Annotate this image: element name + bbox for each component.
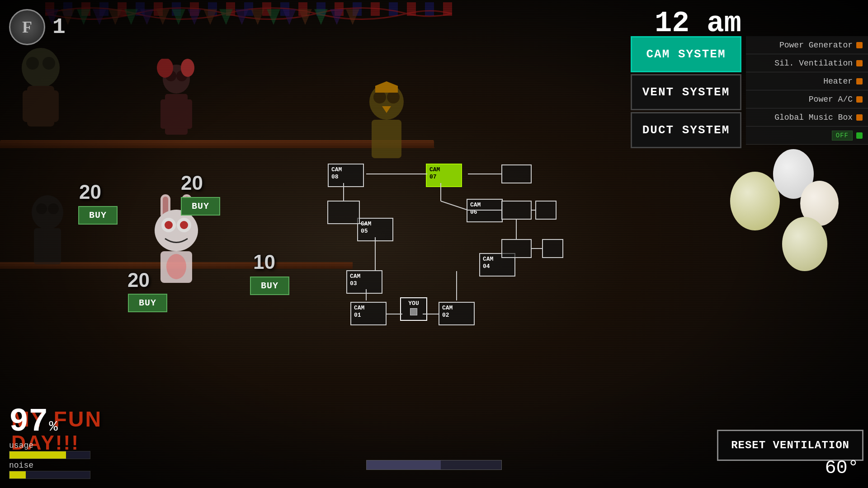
svg-marker-2 xyxy=(77,9,90,25)
svg-point-26 xyxy=(32,195,63,230)
price-tag-2: 20 xyxy=(181,172,203,194)
svg-rect-65 xyxy=(536,201,556,219)
price-tag-1: 20 xyxy=(79,181,101,203)
sil-ventilation-label: Sil. Ventilation xyxy=(774,59,853,68)
svg-marker-43 xyxy=(375,81,398,93)
time-hour: 12 am xyxy=(655,9,741,38)
svg-marker-8 xyxy=(172,9,185,25)
panel-item-off[interactable]: OFF xyxy=(746,127,868,145)
off-indicator: OFF xyxy=(832,131,853,141)
reset-ventilation-button[interactable]: RESET VENTILATION xyxy=(717,430,863,461)
svg-marker-13 xyxy=(251,9,264,25)
usage-label: usage xyxy=(9,441,90,450)
price-tag-4: 10 xyxy=(253,251,275,273)
svg-marker-5 xyxy=(124,9,138,25)
svg-point-34 xyxy=(181,59,194,77)
panel-item-power-ac[interactable]: Power A/C xyxy=(746,90,868,108)
svg-rect-24 xyxy=(23,90,32,122)
svg-point-39 xyxy=(373,91,386,103)
hud-top-left: F 1 xyxy=(9,9,66,45)
banner-decoration xyxy=(45,0,452,27)
svg-rect-36 xyxy=(160,99,169,129)
svg-point-40 xyxy=(387,91,400,103)
buy-button-4[interactable]: BUY xyxy=(250,277,289,295)
svg-marker-4 xyxy=(108,9,122,25)
usage-bar-fill xyxy=(9,451,66,459)
svg-point-33 xyxy=(157,59,173,78)
svg-point-28 xyxy=(48,203,59,214)
svg-rect-29 xyxy=(34,228,61,264)
svg-marker-11 xyxy=(219,9,233,25)
panel-item-heater[interactable]: Heater xyxy=(746,72,868,90)
global-music-box-dot xyxy=(856,114,863,121)
balloon-1 xyxy=(730,172,780,230)
heater-label: Heater xyxy=(823,77,853,86)
svg-marker-12 xyxy=(235,9,249,25)
svg-marker-17 xyxy=(314,9,328,25)
vent-system-button[interactable]: VENT SYSTEM xyxy=(631,74,741,110)
svg-marker-6 xyxy=(140,9,154,25)
bottom-hud: 97 % usage noise xyxy=(9,406,90,479)
freddy-badge: F xyxy=(9,9,45,45)
buy-button-2[interactable]: BUY xyxy=(181,197,220,216)
svg-rect-37 xyxy=(184,99,192,129)
svg-point-54 xyxy=(166,254,186,279)
balloon-4 xyxy=(782,217,827,271)
svg-marker-7 xyxy=(156,9,170,25)
right-sidebar-panel: Power Generator Sil. Ventilation Heater … xyxy=(746,36,868,145)
svg-point-27 xyxy=(36,203,47,214)
svg-marker-3 xyxy=(93,9,106,25)
heater-dot xyxy=(856,78,863,84)
price-tag-3: 20 xyxy=(127,269,150,291)
cam-system-button[interactable]: CAM SYSTEM xyxy=(631,36,741,72)
svg-point-21 xyxy=(26,57,39,70)
svg-rect-60 xyxy=(328,201,359,224)
svg-marker-14 xyxy=(267,9,280,25)
usage-bar-track xyxy=(9,451,90,459)
power-generator-label: Power Generator xyxy=(779,41,853,50)
svg-point-20 xyxy=(22,48,60,88)
svg-marker-16 xyxy=(298,9,312,25)
power-percent-symbol: % xyxy=(49,418,57,435)
sil-ventilation-dot xyxy=(856,60,863,66)
power-ac-dot xyxy=(856,96,863,103)
svg-marker-9 xyxy=(188,9,201,25)
power-ac-label: Power A/C xyxy=(809,95,853,104)
panel-item-power-generator[interactable]: Power Generator xyxy=(746,36,868,54)
svg-marker-19 xyxy=(346,9,359,25)
panel-item-global-music-box[interactable]: Global Music Box xyxy=(746,108,868,127)
svg-point-22 xyxy=(42,57,55,70)
svg-point-52 xyxy=(180,221,188,229)
panel-item-sil-ventilation[interactable]: Sil. Ventilation xyxy=(746,54,868,72)
svg-marker-15 xyxy=(283,9,296,25)
svg-marker-10 xyxy=(203,9,217,25)
power-generator-dot xyxy=(856,42,863,48)
temperature-display: 60° xyxy=(825,457,859,479)
svg-rect-25 xyxy=(50,90,59,122)
usage-bar-container: usage xyxy=(9,441,90,459)
noise-bar-track xyxy=(9,471,90,479)
cam-map-lines xyxy=(307,149,561,334)
player-number: 1 xyxy=(52,15,66,39)
noise-label: noise xyxy=(9,461,90,470)
global-music-box-label: Global Music Box xyxy=(774,113,853,122)
power-percentage: 97 xyxy=(9,406,48,438)
system-buttons: CAM SYSTEM VENT SYSTEM DUCT SYSTEM xyxy=(631,36,741,148)
buy-button-1[interactable]: BUY xyxy=(78,206,118,225)
noise-bar-fill xyxy=(9,471,26,479)
off-dot xyxy=(856,132,863,139)
noise-bar-container: noise xyxy=(9,461,90,479)
svg-point-48 xyxy=(155,210,198,251)
svg-rect-71 xyxy=(542,239,563,258)
svg-line-62 xyxy=(441,201,468,210)
svg-point-51 xyxy=(165,221,173,229)
buy-button-3[interactable]: BUY xyxy=(128,294,167,312)
duct-system-button[interactable]: DUCT SYSTEM xyxy=(631,112,741,148)
bottom-bar-fill xyxy=(367,460,441,469)
svg-rect-64 xyxy=(502,201,531,219)
svg-rect-57 xyxy=(502,165,531,183)
svg-rect-69 xyxy=(502,239,531,258)
camera-map: CAM08 CAM07 CAM05 CAM06 CAM03 CAM04 CAM0… xyxy=(307,149,561,334)
bottom-progress-bar xyxy=(366,460,502,470)
svg-marker-18 xyxy=(330,9,344,25)
